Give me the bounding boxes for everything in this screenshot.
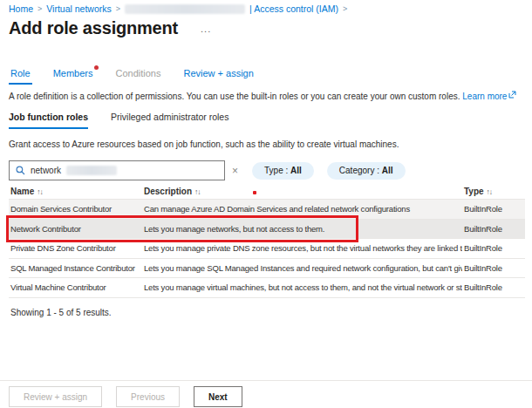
column-header-name[interactable]: Name↑↓ (9, 187, 142, 196)
role-type: BuiltInRole (462, 204, 525, 214)
filter-type-value: All (290, 166, 302, 175)
table-header-row: Name↑↓ Description↑↓ Type↑↓ (9, 184, 525, 200)
role-description: Can manage Azure AD Domain Services and … (142, 204, 462, 214)
column-header-description[interactable]: Description↑↓ (142, 187, 462, 196)
filter-type-label: Type : (264, 166, 288, 175)
role-description: Lets you manage SQL Managed Instances an… (142, 263, 462, 273)
filter-type[interactable]: Type : All (252, 162, 314, 180)
sort-icon: ↑↓ (194, 187, 201, 196)
unsaved-changes-dot (94, 65, 99, 70)
tab-members-label: Members (53, 68, 93, 78)
role-type: BuiltInRole (462, 263, 525, 273)
search-icon (16, 166, 25, 175)
wizard-tabs: Role Members Conditions Review + assign (9, 68, 256, 85)
filter-category[interactable]: Category : All (327, 162, 406, 180)
learn-more-link[interactable]: Learn more (462, 92, 507, 101)
table-row[interactable]: Virtual Machine Contributor Lets you man… (9, 278, 525, 298)
role-definition-text: A role definition is a collection of per… (9, 92, 460, 101)
tab-review-assign[interactable]: Review + assign (181, 68, 255, 85)
sort-icon: ↑↓ (487, 187, 493, 196)
role-definition-description: A role definition is a collection of per… (9, 91, 516, 101)
breadcrumb-access-control-link[interactable]: | Access control (IAM) (249, 3, 338, 14)
role-type: BuiltInRole (462, 243, 525, 253)
footer-divider (0, 380, 532, 381)
more-options-icon[interactable]: ... (201, 24, 211, 34)
page-title: Add role assignment (9, 18, 178, 38)
results-summary: Showing 1 - 5 of 5 results. (10, 308, 112, 317)
grant-access-description: Grant access to Azure resources based on… (9, 139, 399, 149)
column-header-type[interactable]: Type↑↓ (462, 187, 525, 196)
sort-icon: ↑↓ (37, 187, 43, 196)
filter-category-value: All (382, 166, 393, 175)
next-button[interactable]: Next (194, 386, 242, 407)
pivot-job-function-roles[interactable]: Job function roles (9, 112, 88, 129)
breadcrumb-separator: > (343, 4, 347, 13)
roles-table: Name↑↓ Description↑↓ Type↑↓ Domain Servi… (9, 184, 525, 298)
role-description: Lets you manage virtual machines, but no… (142, 282, 462, 292)
role-type: BuiltInRole (462, 224, 525, 234)
tab-role[interactable]: Role (9, 68, 32, 85)
role-type: BuiltInRole (462, 282, 525, 292)
role-name: SQL Managed Instance Contributor (9, 263, 142, 273)
external-link-icon (508, 91, 516, 100)
table-row[interactable]: Domain Services Contributor Can manage A… (9, 200, 525, 220)
role-name: Private DNS Zone Contributor (9, 243, 142, 253)
search-input[interactable]: network (9, 160, 225, 180)
tab-conditions: Conditions (113, 68, 162, 85)
clear-search-icon[interactable]: × (232, 166, 238, 176)
footer-buttons: Review + assign Previous Next (9, 386, 242, 407)
breadcrumb-separator: > (116, 4, 120, 13)
redacted-search-text (66, 166, 117, 175)
role-name: Network Contributor (9, 224, 142, 234)
pivot-privileged-admin-roles[interactable]: Privileged administrator roles (111, 112, 228, 129)
breadcrumb-home-link[interactable]: Home (9, 3, 33, 14)
search-value: network (31, 166, 61, 175)
table-row-network-contributor[interactable]: Network Contributor Lets you manage netw… (9, 220, 525, 240)
tab-members[interactable]: Members (51, 68, 95, 85)
role-description: Lets you manage private DNS zone resourc… (142, 243, 462, 253)
table-row[interactable]: SQL Managed Instance Contributor Lets yo… (9, 259, 525, 279)
role-description: Lets you manage networks, but not access… (142, 224, 462, 234)
role-name: Virtual Machine Contributor (9, 282, 142, 292)
table-row[interactable]: Private DNS Zone Contributor Lets you ma… (9, 239, 525, 259)
breadcrumb-separator: > (38, 4, 42, 13)
redacted-resource-name (125, 4, 245, 14)
filter-category-label: Category : (339, 166, 379, 175)
review-assign-button[interactable]: Review + assign (9, 386, 102, 407)
previous-button[interactable]: Previous (116, 386, 180, 407)
role-type-pivot: Job function roles Privileged administra… (9, 112, 228, 129)
breadcrumb-virtual-networks-link[interactable]: Virtual networks (46, 3, 112, 14)
breadcrumb: Home > Virtual networks > | Access contr… (9, 3, 347, 14)
role-name: Domain Services Contributor (9, 204, 142, 214)
